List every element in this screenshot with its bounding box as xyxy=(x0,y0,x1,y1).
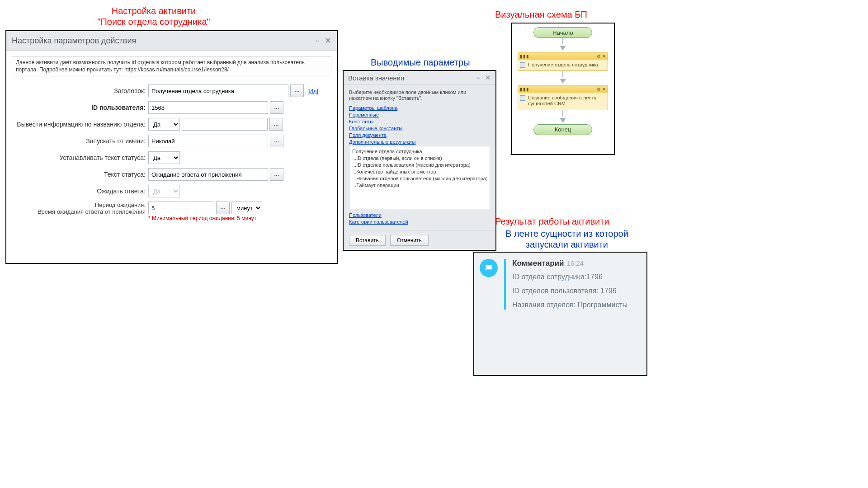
comment-icon xyxy=(480,259,498,277)
dialog-header: Настройка параметров действия ▫ ✕ xyxy=(6,31,337,51)
minimize-icon[interactable]: ▫ xyxy=(477,74,480,81)
feed-line: ID отдела сотрудника:1796 xyxy=(512,272,627,282)
bp-end-node[interactable]: Конец xyxy=(533,124,592,135)
feed-time: 16:24 xyxy=(566,259,584,267)
link-constants[interactable]: Константы xyxy=(349,118,490,125)
minimize-icon[interactable]: ▫ xyxy=(316,36,319,45)
feed-line: ID отделов пользователя: 1796 xyxy=(512,286,627,296)
title-picker-button[interactable]: ... xyxy=(290,84,304,97)
callout-result-sub: В ленте сущности из которойзапускали акт… xyxy=(505,228,628,250)
insert-hint: Выберите необходимое поле двойным кликом… xyxy=(349,89,490,101)
activity-description: Данное активити даёт возможность получит… xyxy=(12,56,331,76)
title-input[interactable] xyxy=(148,84,288,97)
label-userid: ID пользователя: xyxy=(13,104,148,111)
results-listbox[interactable]: Получение отдела сотрудника ...ID отдела… xyxy=(349,146,490,209)
feed-header: Комментарий xyxy=(512,259,564,268)
insert-link-group-top: Параметры шаблона Переменные Константы Г… xyxy=(349,105,490,145)
arrow-down-icon xyxy=(560,118,566,123)
callout-output-params: Выводимые параметры xyxy=(371,57,470,68)
link-variables[interactable]: Переменные xyxy=(349,112,490,118)
insert-dialog-title: Вставка значения xyxy=(348,74,404,82)
close-icon[interactable]: ✕ xyxy=(325,36,331,45)
label-title: Заголовок: xyxy=(13,87,148,94)
insert-link-group-bottom: Пользователи Категории пользователей xyxy=(349,212,490,225)
activity-icon xyxy=(520,62,525,68)
bp-flow-diagram: Начало ▮▮▮⚙ ✕ Получение отдела сотрудник… xyxy=(511,23,615,155)
close-icon[interactable]: ✕ xyxy=(602,54,606,59)
result-feed-card: Комментарий16:24 ID отдела сотрудника:17… xyxy=(473,252,647,376)
statustext-input[interactable] xyxy=(148,168,268,181)
waitperiod-picker-button[interactable]: ... xyxy=(216,202,230,214)
link-global-constants[interactable]: Глобальные константы xyxy=(349,125,490,132)
runas-picker-button[interactable]: ... xyxy=(270,135,283,147)
waitperiod-input[interactable] xyxy=(148,202,214,214)
bp-activity-label: Создание сообщения в ленту сущностей CRM xyxy=(528,95,596,106)
gear-icon[interactable]: ⚙ xyxy=(597,54,601,59)
link-user-categories[interactable]: Категории пользователей xyxy=(349,219,490,225)
waitperiod-hint: * Минимальный период ожидания: 5 минут xyxy=(148,215,262,221)
result-item[interactable]: Получение отдела сотрудника xyxy=(352,148,487,155)
bp-activity-label: Получение отдела сотрудника xyxy=(528,62,598,67)
label-deptname: Вывести информацию по названию отдела: xyxy=(13,121,148,128)
activity-icon xyxy=(520,95,525,101)
bp-start-node[interactable]: Начало xyxy=(533,27,592,38)
insert-button[interactable]: Вставить xyxy=(349,235,386,246)
waitanswer-select: Да xyxy=(148,185,180,197)
close-icon[interactable]: ✕ xyxy=(602,87,606,92)
deptname-extra-input[interactable] xyxy=(182,118,268,131)
gear-icon[interactable]: ⚙ xyxy=(597,87,601,92)
callout-activity-title: Настройка активити"Поиск отдела сотрудни… xyxy=(63,5,244,27)
callout-bp-visual: Визуальная схема БП xyxy=(495,9,587,20)
insert-value-dialog: Вставка значения ▫ ✕ Выберите необходимо… xyxy=(343,70,496,251)
label-setstatus: Устанавливать текст статуса: xyxy=(13,154,148,161)
cancel-button[interactable]: Отменить xyxy=(390,235,429,246)
runas-input[interactable] xyxy=(148,135,268,147)
bp-activity-get-dept[interactable]: ▮▮▮⚙ ✕ Получение отдела сотрудника xyxy=(518,52,608,71)
deptname-select[interactable]: Да xyxy=(148,118,180,131)
link-users[interactable]: Пользователи xyxy=(349,212,490,219)
id-link[interactable]: [Ид] xyxy=(307,88,318,94)
result-item[interactable]: ...Таймаут операции xyxy=(352,182,487,189)
arrow-down-icon xyxy=(560,46,566,51)
feed-line: Названия отделов: Программисты xyxy=(512,300,627,310)
close-icon[interactable]: ✕ xyxy=(485,74,491,81)
link-extra-results[interactable]: Дополнительные результаты xyxy=(349,139,490,145)
result-item[interactable]: ...ID отделов пользователя (массив для и… xyxy=(352,162,487,169)
userid-picker-button[interactable]: ... xyxy=(270,101,283,114)
result-item[interactable]: ...ID отдела (первый, если он в списке) xyxy=(352,155,487,162)
setstatus-select[interactable]: Да xyxy=(148,151,180,164)
link-template-params[interactable]: Параметры шаблона xyxy=(349,105,490,112)
userid-input[interactable] xyxy=(148,101,268,114)
dialog-title: Настройка параметров действия xyxy=(12,36,136,46)
waitperiod-unit-select[interactable]: минут xyxy=(231,202,262,214)
callout-result-title: Результат работы активити xyxy=(495,216,609,227)
bp-activity-create-msg[interactable]: ▮▮▮⚙ ✕ Создание сообщения в ленту сущнос… xyxy=(518,85,608,110)
activity-settings-dialog: Настройка параметров действия ▫ ✕ Данное… xyxy=(5,30,338,264)
deptname-picker-button[interactable]: ... xyxy=(269,118,283,131)
result-item[interactable]: ...Названия отделов пользователя (массив… xyxy=(352,175,487,182)
label-runas: Запускать от имени: xyxy=(13,137,148,145)
label-waitperiod: Период ожидания: xyxy=(13,202,148,208)
link-doc-fields[interactable]: Поля документа xyxy=(349,132,490,139)
result-item[interactable]: ...Количество найденных элементов xyxy=(352,169,487,175)
label-waitperiod-sub: Время ожидания ответа от приложения xyxy=(13,208,148,215)
arrow-down-icon xyxy=(560,79,566,84)
statustext-picker-button[interactable]: ... xyxy=(270,168,283,181)
label-statustext: Текст статуса: xyxy=(13,171,148,178)
label-waitanswer: Ожидать ответа: xyxy=(13,188,148,195)
